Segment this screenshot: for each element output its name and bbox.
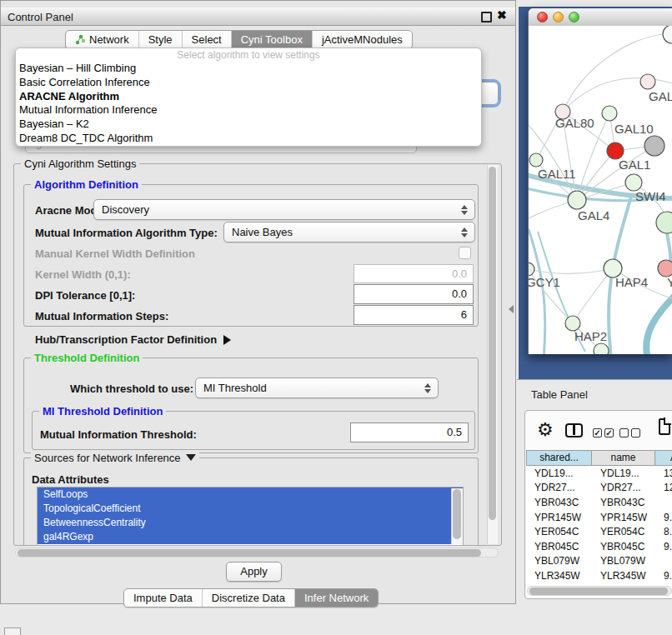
algorithm-option-mutual-information-inference[interactable]: Mutual Information Inference bbox=[16, 103, 481, 118]
restore-icon[interactable] bbox=[481, 12, 492, 22]
network-node[interactable] bbox=[644, 136, 664, 156]
network-node[interactable] bbox=[663, 26, 672, 43]
network-node[interactable] bbox=[529, 262, 534, 276]
table-cell: 9. bbox=[655, 512, 672, 523]
aracne-mode-combo[interactable]: Discovery bbox=[93, 199, 475, 220]
collapsed-panel-icon[interactable] bbox=[4, 628, 21, 635]
column-header-third[interactable]: A bbox=[655, 450, 672, 466]
close-icon[interactable]: ✖ bbox=[497, 8, 507, 22]
table-row[interactable]: YDR27...YDR27...12 bbox=[526, 481, 672, 496]
mi-type-value: Naive Bayes bbox=[224, 226, 459, 238]
network-window-titlebar[interactable] bbox=[529, 8, 672, 27]
algorithm-option-basic-correlation-inference[interactable]: Basic Correlation Inference bbox=[16, 76, 481, 90]
network-canvas[interactable]: GAL7GAL80GAL10GAL1GAL11SWI4GAL4GCY1HAP4Y… bbox=[529, 26, 672, 354]
table-cell: YDL19... bbox=[526, 468, 592, 479]
algorithm-option-bayesian-hill-climbing[interactable]: Bayesian – Hill Climbing bbox=[16, 62, 481, 76]
table-cell: 8. bbox=[655, 526, 672, 538]
tab-style[interactable]: Style bbox=[138, 31, 182, 48]
tab-infer-network-label: Infer Network bbox=[304, 592, 369, 604]
tab-select-label: Select bbox=[192, 33, 222, 46]
attribute-item-topologicalcoefficient[interactable]: TopologicalCoefficient bbox=[38, 502, 463, 516]
table-horizontal-scrollbar[interactable] bbox=[527, 586, 672, 596]
apply-button[interactable]: Apply bbox=[226, 562, 282, 582]
table-row[interactable]: YBR045CYBR045C9. bbox=[526, 539, 672, 554]
network-node[interactable] bbox=[640, 74, 655, 89]
splitter-grip-icon[interactable] bbox=[509, 305, 514, 313]
tab-jactivemnodules[interactable]: jActiveMNodules bbox=[312, 31, 412, 48]
which-threshold-value: MI Threshold bbox=[196, 382, 422, 394]
table-cell: YPR145W bbox=[592, 512, 655, 523]
sources-group-title[interactable]: Sources for Network Inference bbox=[31, 452, 199, 464]
hub-definition-toggle[interactable]: Hub/Transcription Factor Definition bbox=[35, 333, 231, 346]
tab-discretize-data[interactable]: Discretize Data bbox=[202, 589, 294, 607]
zoom-traffic-light-icon[interactable] bbox=[569, 12, 579, 22]
control-panel-titlebar[interactable] bbox=[1, 8, 515, 26]
table-cell: YBL079W bbox=[592, 555, 655, 567]
collapse-down-icon[interactable] bbox=[186, 454, 196, 461]
tab-network[interactable]: Network bbox=[66, 31, 138, 48]
network-node-label-gal4: GAL4 bbox=[578, 208, 609, 222]
close-traffic-light-icon[interactable] bbox=[537, 12, 548, 22]
algorithm-option-bayesian-k2[interactable]: Bayesian – K2 bbox=[16, 118, 481, 132]
network-node[interactable] bbox=[602, 106, 617, 121]
document-icon[interactable] bbox=[659, 418, 670, 435]
table-row[interactable]: YLR345WYLR345W9. bbox=[526, 568, 672, 583]
algorithm-option-aracne-algorithm[interactable]: ARACNE Algorithm bbox=[16, 90, 481, 104]
network-node[interactable] bbox=[625, 174, 642, 191]
data-attributes-list[interactable]: SelfLoopsTopologicalCoefficientBetweenne… bbox=[37, 487, 464, 546]
attributes-scrollbar[interactable] bbox=[451, 488, 463, 544]
tab-infer-network[interactable]: Infer Network bbox=[294, 589, 378, 607]
tab-select[interactable]: Select bbox=[182, 31, 231, 48]
panel-divider[interactable] bbox=[517, 379, 672, 380]
network-icon bbox=[75, 34, 86, 45]
which-threshold-label: Which threshold to use: bbox=[70, 382, 193, 395]
settings-vertical-scrollbar[interactable] bbox=[487, 165, 498, 544]
tab-cyni-toolbox[interactable]: Cyni Toolbox bbox=[231, 31, 312, 48]
kernel-width-field[interactable]: 0.0 bbox=[354, 264, 474, 283]
which-threshold-combo[interactable]: MI Threshold bbox=[195, 378, 439, 398]
gear-icon[interactable]: ⚙ bbox=[537, 419, 554, 440]
table-row[interactable]: YBL079WYBL079W bbox=[526, 554, 672, 569]
tab-network-label: Network bbox=[89, 33, 129, 46]
settings-horizontal-scrollbar[interactable] bbox=[15, 548, 499, 558]
network-node[interactable] bbox=[529, 153, 543, 167]
tab-style-label: Style bbox=[148, 33, 173, 46]
network-node[interactable] bbox=[656, 212, 672, 233]
mi-threshold-field[interactable]: 0.5 bbox=[350, 422, 469, 442]
table-row[interactable]: YER054CYER054C8. bbox=[526, 524, 672, 539]
table-row[interactable]: YPR145WYPR145W9. bbox=[526, 510, 672, 525]
network-node-label-gcy1: GCY1 bbox=[529, 275, 560, 289]
table-cell: 13 bbox=[655, 468, 672, 479]
tab-impute-data[interactable]: Impute Data bbox=[124, 589, 202, 607]
attribute-item-gal4rgexp[interactable]: gal4RGexp bbox=[38, 530, 463, 544]
column-header-name[interactable]: name bbox=[592, 450, 655, 466]
network-node[interactable] bbox=[568, 191, 586, 209]
mi-type-label: Mutual Information Algorithm Type: bbox=[35, 227, 218, 239]
algorithm-option-dream8-dc-tdc-algorithm[interactable]: Dream8 DC_TDC Algorithm bbox=[16, 132, 481, 146]
unchecked-pair-icon[interactable] bbox=[619, 428, 640, 438]
split-columns-icon[interactable] bbox=[565, 423, 583, 438]
expand-right-icon[interactable] bbox=[223, 335, 231, 345]
dpi-tolerance-label: DPI Tolerance [0,1]: bbox=[35, 289, 135, 302]
table-cell: YDR27... bbox=[526, 482, 592, 493]
network-node[interactable] bbox=[594, 343, 609, 354]
table-row[interactable]: YDL19...YDL19...13 bbox=[526, 466, 672, 481]
mi-type-combo[interactable]: Naive Bayes bbox=[223, 222, 475, 242]
network-node[interactable] bbox=[658, 260, 672, 277]
network-node-label-hap2: HAP2 bbox=[574, 329, 607, 343]
attribute-item-selfloops[interactable]: SelfLoops bbox=[38, 488, 463, 502]
mi-threshold-label: Mutual Information Threshold: bbox=[40, 428, 197, 441]
attribute-item-betweennesscentrality[interactable]: BetweennessCentrality bbox=[38, 516, 463, 530]
checked-pair-icon[interactable]: ✓✓ bbox=[593, 428, 614, 438]
data-attributes-label: Data Attributes bbox=[32, 473, 109, 486]
manual-kernel-checkbox[interactable] bbox=[459, 247, 471, 259]
mi-steps-field[interactable]: 6 bbox=[354, 305, 474, 325]
table-row[interactable]: YBR043CYBR043C bbox=[526, 495, 672, 510]
minimize-traffic-light-icon[interactable] bbox=[553, 12, 564, 22]
dpi-tolerance-field[interactable]: 0.0 bbox=[354, 284, 474, 304]
table-rows[interactable]: YDL19...YDL19...13YDR27...YDR27...12YBR0… bbox=[526, 466, 672, 586]
table-cell: YBL079W bbox=[526, 555, 592, 567]
column-header-shared[interactable]: shared... bbox=[526, 450, 592, 466]
network-node[interactable] bbox=[607, 142, 624, 159]
network-node-label-hap4: HAP4 bbox=[615, 275, 648, 289]
